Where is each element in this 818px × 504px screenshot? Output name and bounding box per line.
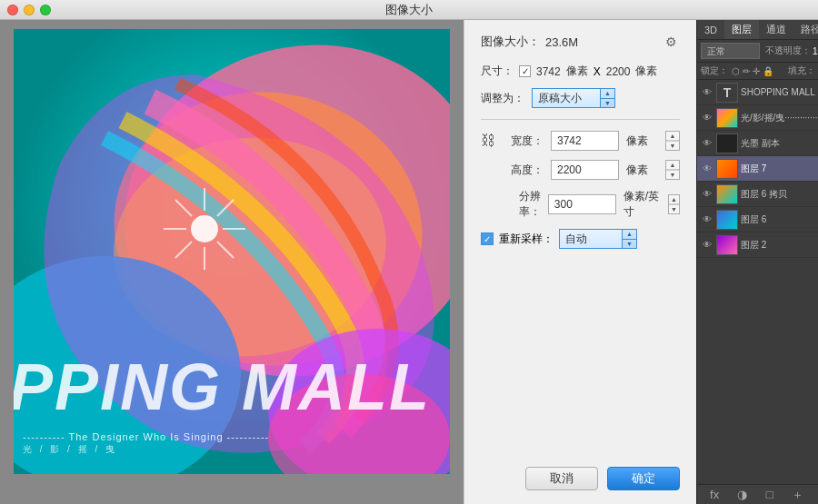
lock-all-icon[interactable]: 🔒 [763,66,773,76]
height-label: 高度： [503,163,544,178]
layer-item[interactable]: 👁 T SHOPPING MALL [697,80,818,105]
dimension-width: 3742 [536,65,561,78]
layer-item[interactable]: 👁 图层 6 [697,207,818,232]
tab-paths[interactable]: 路径 [793,20,818,39]
layer-visibility-icon[interactable]: 👁 [701,86,713,99]
gear-icon[interactable]: ⚙ [665,35,680,49]
resolution-input[interactable] [548,194,616,214]
tab-channels[interactable]: 通道 [759,20,793,39]
lock-position-icon[interactable]: ✛ [753,66,760,76]
layer-visibility-icon[interactable]: 👁 [701,188,713,201]
height-row: 高度： 像素 ▲ ▼ [481,160,680,180]
layer-name: 图层 6 [741,213,818,226]
layer-thumbnail [716,133,738,153]
resample-stepper-down[interactable]: ▼ [623,239,636,249]
adjust-label: 调整为： [481,91,524,106]
layer-thumbnail [716,184,738,204]
dimension-height: 2200 [606,65,631,78]
adjust-stepper-up[interactable]: ▲ [601,89,614,98]
layer-name: 光/影/摇/曳············· [741,112,818,124]
group-button[interactable]: □ [766,488,773,501]
minimize-button[interactable] [24,5,35,15]
right-panel: 3D 图层 通道 路径 正常 ▾ 不透明度： 100% 锁定： ⬡ ✏ ✛ 🔒 [696,20,818,504]
width-input[interactable] [551,131,619,151]
layer-thumbnail [716,235,738,255]
height-stepper[interactable]: ▲ ▼ [665,160,680,180]
width-stepper-down[interactable]: ▼ [666,141,679,150]
layer-visibility-icon[interactable]: 👁 [701,137,713,150]
canvas-area: PPING MALL ---------- The Designer Who I… [0,20,464,504]
layer-item-active[interactable]: 👁 图层 7 [697,156,818,182]
maximize-button[interactable] [40,5,51,15]
layer-visibility-icon[interactable]: 👁 [701,112,713,124]
lock-icons: ⬡ ✏ ✛ 🔒 [732,66,773,76]
width-row: ⛓ 宽度： 像素 ▲ ▼ [481,131,680,151]
layer-item[interactable]: 👁 光墨 副本 [697,131,818,156]
layer-visibility-icon[interactable]: 👁 [701,213,713,226]
ps-blend-row: 正常 ▾ 不透明度： 100% [697,40,818,63]
button-row: 取消 确定 [481,458,680,490]
height-unit: 像素 [626,163,658,178]
confirm-button[interactable]: 确定 [607,467,680,490]
canvas-main-text: PPING MALL [14,354,431,420]
canvas-image: PPING MALL ---------- The Designer Who I… [14,29,450,474]
tab-layers[interactable]: 图层 [724,20,759,39]
title-bar: 图像大小 [0,0,818,20]
layer-thumbnail [716,108,738,128]
layer-name: 图层 7 [741,163,818,175]
layer-name: 图层 6 拷贝 [741,188,818,201]
width-label: 宽度： [503,133,544,149]
dimension-label: 尺寸： [481,64,514,79]
width-stepper-up[interactable]: ▲ [666,132,679,141]
canvas-sub-text2: 光 / 影 / 摇 / 曳 [23,443,117,456]
window-controls[interactable] [7,5,51,15]
dimension-x: X [594,65,601,78]
chain-icon[interactable]: ⛓ [481,133,495,149]
layer-visibility-icon[interactable]: 👁 [701,239,713,252]
dimension-constrain-checkbox[interactable]: ✓ [519,65,531,77]
opacity-value: 100% [813,46,818,56]
dialog-panel: 图像大小： 23.6M ⚙ 尺寸： ✓ 3742 像素 X 2200 像素 调整… [464,20,696,504]
resolution-stepper-down[interactable]: ▼ [669,204,679,213]
height-stepper-up[interactable]: ▲ [666,161,679,170]
resample-checkbox[interactable]: ✓ [481,232,494,245]
resolution-stepper[interactable]: ▲ ▼ [668,194,680,214]
fill-row: 填充： 100% [788,64,818,77]
height-stepper-down[interactable]: ▼ [666,170,679,179]
resample-select[interactable]: 自动 [559,229,623,249]
adjust-select[interactable]: 原稿大小 [532,88,601,108]
layer-name: 光墨 副本 [741,137,818,150]
layer-item[interactable]: 👁 光/影/摇/曳············· [697,105,818,131]
adjustment-button[interactable]: ◑ [737,488,747,501]
canvas-sub-text1: ---------- The Designer Who Is Singing -… [23,431,269,442]
main-layout: PPING MALL ---------- The Designer Who I… [0,20,818,504]
lock-transparent-icon[interactable]: ⬡ [732,66,740,76]
close-button[interactable] [7,5,18,15]
divider-1 [481,119,680,120]
resample-stepper-up[interactable]: ▲ [623,230,636,239]
dimension-separator: 像素 [566,64,588,79]
adjust-stepper[interactable]: ▲ ▼ [601,88,615,108]
resolution-stepper-up[interactable]: ▲ [669,195,679,204]
ps-tabs: 3D 图层 通道 路径 [697,20,818,40]
layer-item[interactable]: 👁 图层 6 拷贝 [697,182,818,207]
new-layer-button[interactable]: ＋ [792,487,803,503]
opacity-label: 不透明度： [765,44,811,57]
adjust-row: 调整为： 原稿大小 ▲ ▼ [481,88,680,108]
width-stepper[interactable]: ▲ ▼ [665,131,680,151]
tab-3d[interactable]: 3D [697,20,724,39]
fx-button[interactable]: fx [710,488,719,501]
lock-pixels-icon[interactable]: ✏ [743,66,750,76]
cancel-button[interactable]: 取消 [525,467,598,490]
blend-mode-select[interactable]: 正常 [701,43,760,59]
resample-stepper[interactable]: ▲ ▼ [623,229,637,249]
file-size-label: 图像大小： [481,34,540,50]
layer-visibility-icon[interactable]: 👁 [701,163,713,175]
dimension-height-unit: 像素 [635,64,657,79]
height-input[interactable] [551,160,619,180]
svg-point-5 [191,215,218,242]
resample-row: ✓ 重新采样： 自动 ▲ ▼ [481,229,680,249]
adjust-stepper-down[interactable]: ▼ [601,98,614,108]
layer-item[interactable]: 👁 图层 2 [697,232,818,258]
blend-mode-wrapper: 正常 ▾ [701,43,760,59]
